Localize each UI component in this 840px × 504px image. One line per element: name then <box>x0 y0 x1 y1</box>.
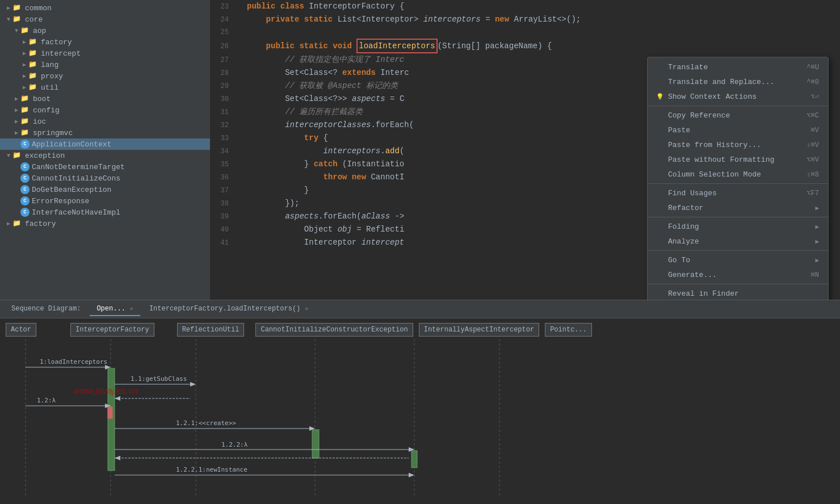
sidebar-item-factory[interactable]: ▶ 📁 factory <box>0 36 210 48</box>
sidebar-label-config: config <box>33 106 60 115</box>
seq-svg: 1:loadInterceptors 1.1:getSubClass 1.2:λ <box>6 339 834 496</box>
sidebar-item-springmvc[interactable]: ▶ 📁 springmvc <box>0 127 210 138</box>
seq-actor-cannotinit: CannotInitializeConstructorException <box>255 323 413 337</box>
svg-marker-27 <box>115 456 120 460</box>
svg-text:1:loadInterceptors: 1:loadInterceptors <box>40 358 107 366</box>
line-num-40: 40 <box>210 224 236 236</box>
menu-item-find-usages[interactable]: Find Usages ⌥F7 <box>648 186 828 200</box>
menu-item-paste-no-format[interactable]: Paste without Formatting ⌥⌘V <box>648 152 828 167</box>
sidebar-label-boot: boot <box>33 95 51 103</box>
tab-sequence-diagram-label[interactable]: Sequence Diagram: <box>5 303 87 316</box>
code-line-23: 23 public class InterceptorFactory { <box>210 0 840 13</box>
sidebar-item-lang[interactable]: ▶ 📁 lang <box>0 59 210 70</box>
menu-label-paste-no-format: Paste without Formatting <box>668 156 774 164</box>
line-num-23: 23 <box>210 1 236 13</box>
sidebar-item-util[interactable]: ▶ 📁 util <box>0 82 210 93</box>
tab-interceptorfactory[interactable]: InterceptorFactory.loadInterceptors() ✕ <box>142 303 315 316</box>
sidebar-item-dogetbean[interactable]: ▶ C DoGetBeanException <box>0 184 210 195</box>
menu-item-generate[interactable]: Generate... ⌘N <box>648 267 828 282</box>
tree-arrow-util: ▶ <box>20 84 28 91</box>
seq-actor-row: Actor InterceptorFactory ReflectionUtil … <box>6 323 592 337</box>
code-line-24: 24 private static List<Interceptor> inte… <box>210 13 840 26</box>
sidebar-item-ioc[interactable]: ▶ 📁 ioc <box>0 116 210 127</box>
menu-sep-2 <box>648 183 828 184</box>
folder-icon-common: 📁 <box>12 3 23 12</box>
menu-item-analyze[interactable]: Analyze ▶ <box>648 234 828 249</box>
menu-item-context-actions[interactable]: 💡 Show Context Actions ⌥⏎ <box>648 89 828 104</box>
menu-item-goto[interactable]: Go To ▶ <box>648 253 828 267</box>
menu-cr-left: Copy Reference <box>656 111 730 120</box>
svg-marker-14 <box>115 396 120 401</box>
menu-item-column-select[interactable]: Column Selection Mode ⇧⌘8 <box>648 167 828 182</box>
file-icon-applicationcontext: C <box>20 140 30 149</box>
menu-label-reveal-finder: Reveal in Finder <box>668 289 739 298</box>
menu-fu-left: Find Usages <box>656 189 717 198</box>
tab-close-open[interactable]: ✕ <box>130 305 133 312</box>
tree-arrow-common: ▶ <box>5 5 12 11</box>
sidebar-label-springmvc: springmvc <box>33 129 73 137</box>
menu-gen-left: Generate... <box>656 271 717 279</box>
tree-arrow-factory2: ▶ <box>5 220 12 227</box>
file-icon-er: C <box>20 196 30 205</box>
sidebar-item-errorresponse[interactable]: ▶ C ErrorResponse <box>0 195 210 207</box>
tree-arrow-springmvc: ▶ <box>12 129 20 136</box>
menu-label-generate: Generate... <box>668 271 717 279</box>
sidebar-item-boot[interactable]: ▶ 📁 boot <box>0 93 210 104</box>
line-num-36: 36 <box>210 171 236 184</box>
seq-actor-internally: InternallyAspectInterceptor <box>419 323 539 337</box>
tab-close-factory[interactable]: ✕ <box>305 305 308 312</box>
file-icon-ci: C <box>20 174 30 183</box>
menu-shortcut-paste-no-format: ⌥⌘V <box>807 156 819 164</box>
tab-open[interactable]: Open... ✕ <box>90 303 140 316</box>
menu-sep-5 <box>648 284 828 284</box>
menu-label-paste: Paste <box>668 126 690 135</box>
tree-arrow-boot: ▶ <box>12 95 20 102</box>
line-num-34: 34 <box>210 145 236 158</box>
sidebar-item-applicationcontext[interactable]: ▶ C ApplicationContext <box>0 138 210 150</box>
menu-item-reveal-finder[interactable]: Reveal in Finder <box>648 286 828 300</box>
sidebar-item-exception[interactable]: ▼ 📁 exception <box>0 150 210 161</box>
menu-item-copy-ref[interactable]: Copy Reference ⌥⌘C <box>648 108 828 123</box>
sidebar-item-core[interactable]: ▼ 📁 core <box>0 14 210 25</box>
line-num-24: 24 <box>210 14 236 26</box>
svg-text:1.2.2.1:newInstance: 1.2.2.1:newInstance <box>176 466 247 473</box>
seq-actor-interceptorfactory: InterceptorFactory <box>70 323 154 337</box>
menu-shortcut-generate: ⌘N <box>811 271 819 279</box>
sidebar-item-cannotinit[interactable]: ▶ C CannotInitializeCons <box>0 173 210 184</box>
folding-arrow: ▶ <box>815 223 819 230</box>
sidebar-label-aop: aop <box>33 27 46 35</box>
folder-icon-lang: 📁 <box>28 60 39 69</box>
sidebar: ▶ 📁 common ▼ 📁 core ▼ 📁 aop ▶ <box>0 0 210 300</box>
line-num-41: 41 <box>210 237 236 249</box>
menu-item-translate[interactable]: Translate ^⌘U <box>648 60 828 74</box>
menu-label-translate: Translate <box>668 63 708 72</box>
line-num-31: 31 <box>210 106 236 119</box>
sidebar-label-factory: factory <box>41 38 72 47</box>
line-num-38: 38 <box>210 198 236 210</box>
sidebar-item-common[interactable]: ▶ 📁 common <box>0 2 210 14</box>
folder-icon-util: 📁 <box>28 83 39 92</box>
menu-item-paste[interactable]: Paste ⌘V <box>648 123 828 137</box>
tree-arrow-core: ▼ <box>5 16 12 23</box>
goto-arrow: ▶ <box>815 257 819 264</box>
menu-label-goto: Go To <box>668 256 690 264</box>
menu-item-folding[interactable]: Folding ▶ <box>648 219 828 234</box>
folder-icon-boot: 📁 <box>20 94 31 103</box>
menu-label-refactor: Refactor <box>668 204 703 212</box>
menu-item-translate-replace[interactable]: Translate and Replace... ^⌘0 <box>648 74 828 89</box>
sidebar-item-cannotdetermine[interactable]: ▶ C CanNotDetermineTarget <box>0 161 210 173</box>
menu-item-paste-history[interactable]: Paste from History... ⇧⌘V <box>648 137 828 152</box>
sidebar-item-proxy[interactable]: ▶ 📁 proxy <box>0 70 210 82</box>
menu-item-refactor[interactable]: Refactor ▶ <box>648 200 828 215</box>
sidebar-label-exception: exception <box>25 152 65 160</box>
bottom-panel: Sequence Diagram: Open... ✕ InterceptorF… <box>0 300 840 504</box>
sidebar-item-config[interactable]: ▶ 📁 config <box>0 104 210 116</box>
sidebar-item-intercept[interactable]: ▶ 📁 intercept <box>0 48 210 59</box>
file-icon-dgb: C <box>20 185 30 194</box>
sidebar-item-factory2[interactable]: ▶ 📁 factory <box>0 218 210 229</box>
sidebar-item-aop[interactable]: ▼ 📁 aop <box>0 25 210 36</box>
refactor-arrow: ▶ <box>815 204 819 212</box>
folder-icon-springmvc: 📁 <box>20 128 31 137</box>
sidebar-item-interfacenothave[interactable]: ▶ C InterfaceNotHaveImpl <box>0 207 210 218</box>
context-menu: Translate ^⌘U Translate and Replace... ^… <box>647 57 829 300</box>
